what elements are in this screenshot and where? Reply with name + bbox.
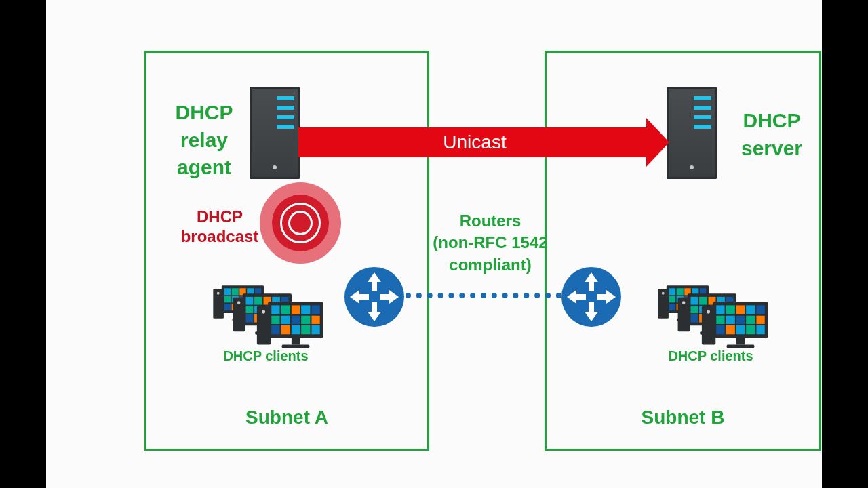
- relay-agent-server-icon: [250, 87, 300, 179]
- clients-a-label: DHCP clients: [223, 348, 308, 364]
- broadcast-label: DHCPbroadcast: [176, 207, 264, 247]
- unicast-arrow-head: [646, 118, 669, 167]
- svg-marker-6: [567, 290, 586, 304]
- router-a-icon: [344, 267, 404, 327]
- svg-marker-0: [368, 272, 381, 291]
- svg-marker-2: [350, 290, 369, 304]
- routers-label: Routers(non-RFC 1542compliant): [426, 210, 555, 276]
- broadcast-icon: [260, 182, 341, 264]
- dhcp-server-label: DHCPserver: [731, 107, 812, 162]
- router-link-dotted: [406, 293, 561, 298]
- svg-marker-5: [585, 302, 598, 321]
- svg-marker-7: [597, 290, 616, 304]
- dhcp-server-icon: [667, 87, 717, 179]
- relay-agent-label: DHCPrelayagent: [167, 99, 241, 182]
- svg-marker-3: [380, 290, 399, 304]
- subnet-a-title: Subnet A: [245, 407, 328, 428]
- svg-marker-4: [585, 272, 598, 291]
- diagram-canvas: Subnet A Subnet B DHCPrelayagent DHCPser…: [46, 0, 822, 488]
- svg-marker-1: [368, 302, 381, 321]
- clients-b-label: DHCP clients: [668, 348, 753, 364]
- unicast-arrow: Unicast: [298, 127, 651, 157]
- router-b-icon: [561, 267, 621, 327]
- subnet-b-title: Subnet B: [642, 407, 725, 428]
